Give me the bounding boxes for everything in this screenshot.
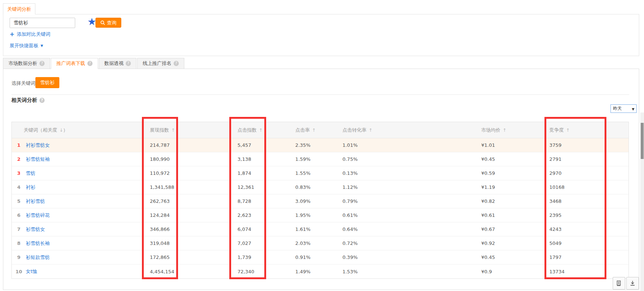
cvr-value: 0.75% bbox=[338, 156, 478, 162]
impression-value: 214,787 bbox=[139, 142, 227, 148]
price-value: ¥0.45 bbox=[477, 254, 546, 260]
column-header-cvr[interactable]: 点击转化率↑ bbox=[338, 127, 478, 134]
sort-desc-icon: ↓ bbox=[59, 128, 63, 133]
related-words-title: 相关词分析 ? bbox=[11, 97, 45, 104]
copy-icon bbox=[616, 280, 622, 286]
ctr-value: 1.59% bbox=[292, 156, 338, 162]
price-value: ¥0.82 bbox=[477, 198, 546, 204]
keyword-link[interactable]: 衫雪纺碎花 bbox=[26, 212, 139, 219]
tab-keyword-analysis[interactable]: 关键词分析 bbox=[3, 3, 35, 14]
keyword-link[interactable]: 衫雪纺短袖 bbox=[26, 156, 139, 163]
clicks-value: 7,027 bbox=[226, 240, 292, 246]
competition-value: 2970 bbox=[546, 170, 629, 176]
table-row: 4 衬衫 1,341,588 12,361 0.83% 1.12% ¥1.19 … bbox=[12, 180, 629, 194]
col-label: 展现指数 bbox=[150, 127, 169, 133]
col-label: 点击率 bbox=[295, 127, 310, 133]
table-row: 2 衫雪纺短袖 180,990 3,138 1.59% 0.75% ¥0.45 … bbox=[12, 152, 629, 166]
help-icon[interactable]: ? bbox=[39, 98, 45, 103]
tab-data-pivot[interactable]: 数据透视 ? bbox=[99, 58, 136, 69]
keyword-link[interactable]: 衫雪纺女 bbox=[26, 226, 139, 233]
impression-value: 172,865 bbox=[139, 254, 227, 260]
expand-quick-panel-link[interactable]: 展开快捷面板 ▼ bbox=[10, 42, 43, 49]
column-header-price[interactable]: 市场均价↑ bbox=[478, 127, 546, 134]
favorite-star-icon[interactable]: ★ bbox=[87, 16, 96, 28]
price-value: ¥0.67 bbox=[477, 226, 546, 232]
tab-label: 线上推广排名 bbox=[143, 60, 171, 67]
column-header-clicks[interactable]: 点击指数↑ bbox=[226, 127, 292, 134]
tab-promo-word-download[interactable]: 推广词表下载 ? bbox=[51, 58, 98, 69]
column-header-impression[interactable]: 展现指数↑ bbox=[139, 127, 227, 134]
keyword-link[interactable]: 女t恤 bbox=[26, 268, 139, 275]
date-range-select[interactable]: 昨天 ▼ bbox=[610, 104, 637, 113]
ctr-value: 1.61% bbox=[292, 226, 338, 232]
query-button[interactable]: 查询 bbox=[95, 18, 121, 28]
related-words-table: 关键词（相关度↓） 展现指数↑ 点击指数↑ 点击率↑ 点击转化率↑ 市场均价↑ … bbox=[11, 122, 629, 279]
keyword-col-suffix: ） bbox=[63, 127, 68, 133]
search-icon bbox=[100, 20, 105, 25]
competition-value: 2791 bbox=[546, 156, 629, 162]
impression-value: 346,866 bbox=[139, 226, 227, 232]
keyword-link[interactable]: 衬衫 bbox=[26, 184, 139, 191]
help-icon[interactable]: ? bbox=[87, 61, 93, 66]
caret-down-icon: ▼ bbox=[632, 107, 634, 111]
ctr-value: 0.83% bbox=[292, 184, 338, 190]
tab-label: 推广词表下载 bbox=[56, 60, 85, 67]
row-rank: 5 bbox=[12, 198, 26, 204]
keyword-link[interactable]: 雪纺 bbox=[26, 170, 139, 177]
column-header-competition[interactable]: 竞争度↑ bbox=[546, 127, 629, 134]
column-header-keyword[interactable]: 关键词（相关度↓） bbox=[12, 127, 139, 134]
cvr-value: 0.64% bbox=[338, 226, 478, 232]
competition-value: 10168 bbox=[546, 184, 629, 190]
help-icon[interactable]: ? bbox=[39, 61, 45, 66]
competition-value: 1797 bbox=[546, 254, 629, 260]
cvr-value: 0.72% bbox=[338, 240, 478, 246]
price-value: ¥0.59 bbox=[477, 170, 546, 176]
clicks-value: 2,623 bbox=[226, 212, 292, 218]
impression-value: 180,990 bbox=[139, 156, 227, 162]
row-rank: 1 bbox=[12, 142, 26, 148]
impression-value: 4,454,154 bbox=[139, 269, 227, 274]
tab-market-data[interactable]: 市场数据分析 ? bbox=[3, 58, 50, 69]
table-row: 7 衫雪纺女 346,866 6,074 1.61% 0.64% ¥0.67 4… bbox=[12, 222, 629, 236]
download-icon bbox=[630, 280, 636, 286]
cvr-value: 1.12% bbox=[338, 184, 478, 190]
selected-keyword-button[interactable]: 雪纺衫 bbox=[35, 77, 59, 88]
price-value: ¥1.01 bbox=[477, 142, 546, 148]
divider bbox=[11, 94, 629, 95]
price-value: ¥0.9 bbox=[477, 269, 546, 274]
scrollbar-thumb[interactable] bbox=[641, 123, 644, 159]
keyword-link[interactable]: 衬衫雪纺女 bbox=[26, 142, 139, 149]
impression-value: 124,284 bbox=[139, 212, 227, 218]
competition-value: 5049 bbox=[546, 240, 629, 246]
column-header-ctr[interactable]: 点击率↑ bbox=[292, 127, 338, 134]
help-icon[interactable]: ? bbox=[174, 61, 179, 66]
table-row: 5 衬衫雪纺 262,763 8,728 3.09% 0.79% ¥0.82 3… bbox=[12, 194, 629, 208]
add-compare-keyword-link[interactable]: + 添加对比关键词 bbox=[10, 31, 50, 38]
tab-label: 数据透视 bbox=[104, 60, 123, 67]
clicks-value: 72,340 bbox=[226, 269, 292, 274]
keyword-link[interactable]: 衫雪纺长袖 bbox=[26, 240, 139, 247]
price-value: ¥0.92 bbox=[477, 240, 546, 246]
expand-panel-label: 展开快捷面板 bbox=[10, 42, 38, 49]
download-button[interactable] bbox=[626, 277, 639, 290]
cvr-value: 1.01% bbox=[338, 142, 478, 148]
impression-value: 110,972 bbox=[139, 170, 227, 176]
cvr-value: 1.53% bbox=[338, 269, 478, 274]
help-icon[interactable]: ? bbox=[126, 61, 131, 66]
cvr-value: 0.39% bbox=[338, 254, 478, 260]
caret-down-icon: ▼ bbox=[41, 44, 43, 48]
vertical-scrollbar[interactable] bbox=[640, 112, 644, 291]
table-header-row: 关键词（相关度↓） 展现指数↑ 点击指数↑ 点击率↑ 点击转化率↑ 市场均价↑ … bbox=[12, 122, 629, 138]
row-rank: 8 bbox=[12, 240, 26, 246]
keyword-link[interactable]: 衬衫雪纺 bbox=[26, 198, 139, 205]
sort-asc-icon: ↑ bbox=[171, 128, 175, 133]
clicks-value: 12,361 bbox=[226, 184, 292, 190]
row-rank: 2 bbox=[12, 156, 26, 162]
tab-online-promo-rank[interactable]: 线上推广排名 ? bbox=[137, 58, 184, 69]
row-rank: 3 bbox=[12, 170, 26, 176]
keyword-link[interactable]: 衫短款雪纺 bbox=[26, 254, 139, 261]
price-value: ¥0.61 bbox=[477, 212, 546, 218]
competition-value: 3468 bbox=[546, 198, 629, 204]
keyword-input[interactable] bbox=[10, 18, 75, 28]
copy-table-button[interactable] bbox=[613, 277, 625, 290]
